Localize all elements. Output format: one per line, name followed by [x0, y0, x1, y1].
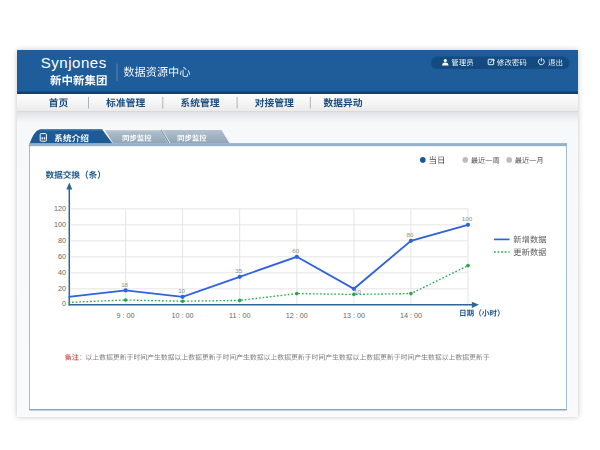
svg-text:60: 60	[58, 252, 66, 261]
svg-text:14 : 00: 14 : 00	[400, 311, 422, 320]
svg-text:10 : 00: 10 : 00	[172, 311, 194, 320]
svg-text:18: 18	[121, 281, 128, 288]
svg-text:80: 80	[58, 236, 66, 245]
svg-text:13 : 00: 13 : 00	[343, 311, 365, 320]
svg-text:100: 100	[54, 220, 66, 229]
svg-text:0: 0	[62, 299, 66, 308]
svg-text:11 : 00: 11 : 00	[229, 311, 250, 320]
svg-text:60: 60	[292, 247, 299, 254]
svg-text:Synjones: Synjones	[41, 54, 107, 71]
svg-text:100: 100	[462, 215, 473, 222]
svg-text:35: 35	[235, 267, 242, 274]
svg-text:20: 20	[58, 284, 66, 293]
svg-text:10: 10	[178, 287, 185, 294]
svg-text:12 : 00: 12 : 00	[286, 311, 308, 320]
svg-text:9 : 00: 9 : 00	[117, 311, 135, 320]
svg-text:40: 40	[58, 268, 66, 277]
svg-text:80: 80	[406, 231, 413, 238]
svg-text:10: 10	[354, 288, 361, 295]
svg-text:120: 120	[54, 204, 66, 213]
